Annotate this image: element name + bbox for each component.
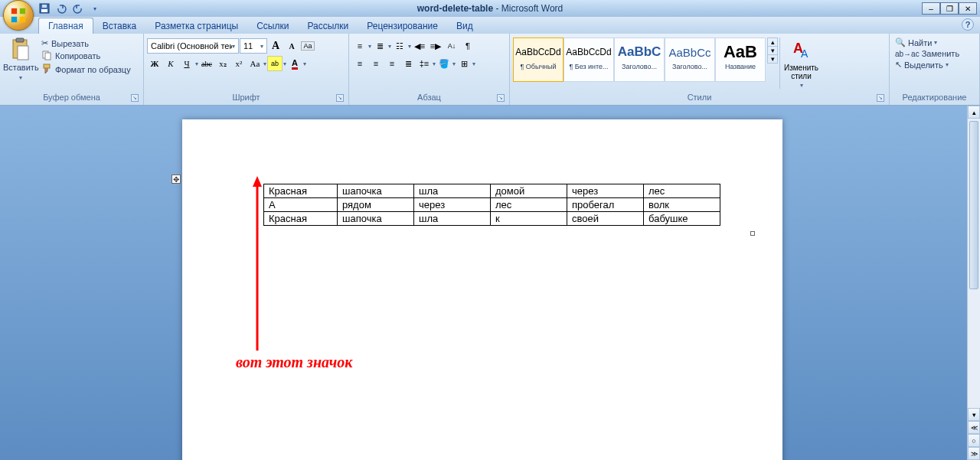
style-¶ Без инте...[interactable]: AaBbCcDd¶ Без инте... bbox=[564, 38, 614, 82]
tab-review[interactable]: Рецензирование bbox=[358, 18, 447, 34]
increase-indent-button[interactable]: ≡▶ bbox=[428, 38, 443, 54]
shading-button[interactable]: 🪣 bbox=[436, 56, 452, 71]
font-name-combo[interactable]: Calibri (Основной текст)▾ bbox=[147, 38, 239, 54]
borders-button[interactable]: ⊞ bbox=[456, 56, 472, 71]
office-button[interactable] bbox=[3, 0, 34, 31]
style-Заголово...[interactable]: AaBbCcЗаголово... bbox=[665, 38, 715, 82]
table-cell[interactable]: шла bbox=[414, 184, 491, 198]
table-resize-handle[interactable] bbox=[750, 231, 755, 236]
styles-expand[interactable]: ▾ bbox=[768, 54, 777, 63]
tab-home[interactable]: Главная bbox=[38, 18, 93, 34]
table-cell[interactable]: бабушке bbox=[644, 212, 720, 226]
table-cell[interactable]: домой bbox=[491, 184, 567, 198]
align-right-button[interactable]: ≡ bbox=[384, 56, 400, 71]
cut-button[interactable]: ✂Вырезать bbox=[41, 38, 131, 48]
style-Заголово...[interactable]: AaBbCЗаголово... bbox=[614, 38, 665, 82]
table-cell[interactable]: Красная bbox=[264, 212, 338, 226]
table-row[interactable]: Краснаяшапочкашлаксвоейбабушке bbox=[264, 212, 720, 226]
table-cell[interactable]: рядом bbox=[338, 198, 414, 212]
show-marks-button[interactable]: ¶ bbox=[460, 38, 475, 54]
line-spacing-button[interactable]: ‡≡ bbox=[416, 56, 432, 71]
scroll-down-button[interactable]: ▾ bbox=[968, 408, 980, 421]
select-button[interactable]: ↖Выделить▾ bbox=[893, 59, 951, 70]
table-cell[interactable]: пробегал bbox=[567, 198, 644, 212]
font-size-combo[interactable]: 11▾ bbox=[240, 38, 267, 54]
style-gallery[interactable]: AaBbCcDd¶ ОбычныйAaBbCcDd¶ Без инте...Aa… bbox=[513, 38, 766, 82]
table-cell[interactable]: к bbox=[491, 212, 567, 226]
grow-font-button[interactable]: A bbox=[268, 38, 283, 54]
align-left-button[interactable]: ≡ bbox=[352, 56, 368, 71]
change-styles-button[interactable]: AA Изменить стили▾ bbox=[779, 38, 822, 89]
restore-button[interactable]: ❐ bbox=[940, 2, 959, 15]
copy-button[interactable]: Копировать bbox=[41, 50, 131, 62]
strike-button[interactable]: abc bbox=[199, 56, 214, 71]
style-¶ Обычный[interactable]: AaBbCcDd¶ Обычный bbox=[513, 38, 564, 82]
underline-button[interactable]: Ч bbox=[179, 56, 194, 71]
paste-button[interactable]: Вставить ▾ bbox=[3, 35, 38, 81]
document-table[interactable]: КраснаяшапочкашладомойчерезлесАрядомчере… bbox=[263, 184, 720, 226]
font-color-button[interactable]: A bbox=[287, 56, 302, 71]
decrease-indent-button[interactable]: ◀≡ bbox=[412, 38, 427, 54]
table-cell[interactable]: шапочка bbox=[338, 212, 414, 226]
table-move-handle[interactable]: ✥ bbox=[172, 175, 181, 184]
table-cell[interactable]: через bbox=[567, 184, 644, 198]
table-cell[interactable]: Красная bbox=[264, 184, 338, 198]
next-page-button[interactable]: ≫ bbox=[968, 447, 980, 460]
font-launcher[interactable]: ↘ bbox=[336, 94, 344, 102]
table-cell[interactable]: А bbox=[264, 198, 338, 212]
table-cell[interactable]: волк bbox=[644, 198, 720, 212]
qat-customize-icon[interactable]: ▾ bbox=[89, 2, 101, 15]
styles-scroll-down[interactable]: ▾ bbox=[768, 46, 777, 54]
sort-button[interactable]: A↓ bbox=[444, 38, 459, 54]
style-Название[interactable]: AaBНазвание bbox=[715, 38, 766, 82]
table-cell[interactable]: шапочка bbox=[338, 184, 414, 198]
help-button[interactable]: ? bbox=[962, 18, 974, 31]
table-row[interactable]: Краснаяшапочкашладомойчерезлес bbox=[264, 184, 720, 198]
close-button[interactable]: ✕ bbox=[959, 2, 977, 15]
justify-button[interactable]: ≣ bbox=[400, 56, 416, 71]
styles-launcher[interactable]: ↘ bbox=[877, 94, 884, 102]
tab-insert[interactable]: Вставка bbox=[93, 18, 146, 34]
minimize-button[interactable]: – bbox=[922, 2, 940, 15]
tab-page-layout[interactable]: Разметка страницы bbox=[145, 18, 247, 34]
browse-object-button[interactable]: ○ bbox=[968, 434, 980, 447]
table-cell[interactable]: через bbox=[414, 198, 491, 212]
undo-icon[interactable] bbox=[55, 2, 67, 15]
tab-references[interactable]: Ссылки bbox=[247, 18, 298, 34]
table-cell[interactable]: лес bbox=[491, 198, 567, 212]
replace-button[interactable]: ab→acЗаменить bbox=[893, 48, 962, 59]
table-cell[interactable]: своей bbox=[567, 212, 644, 226]
case-menu[interactable]: ▾ bbox=[263, 60, 266, 67]
styles-scroll-up[interactable]: ▴ bbox=[768, 38, 777, 46]
document-area[interactable]: ✥ КраснаяшапочкашладомойчерезлесАрядомче… bbox=[0, 106, 967, 460]
multilevel-button[interactable]: ☷ bbox=[392, 38, 407, 54]
redo-icon[interactable] bbox=[72, 2, 84, 15]
scroll-up-button[interactable]: ▴ bbox=[968, 106, 980, 119]
paragraph-launcher[interactable]: ↘ bbox=[497, 94, 505, 102]
clipboard-launcher[interactable]: ↘ bbox=[131, 94, 139, 102]
font-color-menu[interactable]: ▾ bbox=[303, 60, 306, 67]
shrink-font-button[interactable]: A bbox=[284, 38, 299, 54]
bold-button[interactable]: Ж bbox=[147, 56, 162, 71]
prev-page-button[interactable]: ≪ bbox=[968, 421, 980, 434]
vertical-scrollbar[interactable]: ▴ ▾ ≪ ○ ≫ bbox=[967, 106, 980, 460]
tab-view[interactable]: Вид bbox=[447, 18, 482, 34]
numbering-button[interactable]: ≣ bbox=[372, 38, 387, 54]
change-case-button[interactable]: Aa bbox=[247, 56, 263, 71]
highlight-menu[interactable]: ▾ bbox=[283, 60, 286, 67]
highlight-button[interactable]: ab bbox=[267, 56, 283, 71]
superscript-button[interactable]: x² bbox=[231, 56, 247, 71]
subscript-button[interactable]: x₂ bbox=[215, 56, 230, 71]
save-icon[interactable] bbox=[38, 2, 51, 15]
scroll-thumb[interactable] bbox=[969, 121, 978, 289]
find-button[interactable]: 🔍Найти▾ bbox=[893, 37, 939, 48]
table-cell[interactable]: шла bbox=[414, 212, 491, 226]
tab-mailings[interactable]: Рассылки bbox=[298, 18, 358, 34]
table-row[interactable]: Арядомчерезлеспробегалволк bbox=[264, 198, 720, 212]
align-center-button[interactable]: ≡ bbox=[368, 56, 384, 71]
clear-format-button[interactable]: Aa bbox=[300, 38, 315, 54]
italic-button[interactable]: К bbox=[163, 56, 178, 71]
table-cell[interactable]: лес bbox=[644, 184, 720, 198]
bullets-button[interactable]: ≡ bbox=[352, 38, 368, 54]
format-painter-button[interactable]: Формат по образцу bbox=[41, 64, 131, 76]
